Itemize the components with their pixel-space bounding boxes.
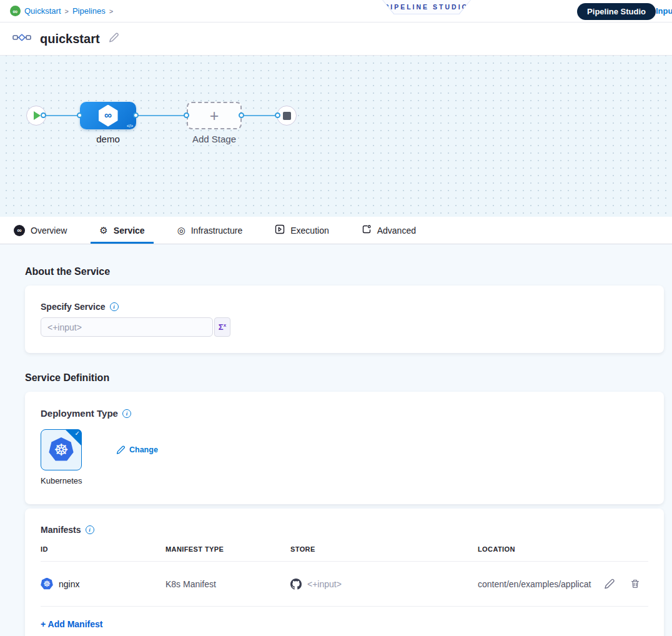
sigma-glyph: Σ: [219, 322, 224, 332]
column-manifest-type: MANIFEST TYPE: [166, 545, 290, 561]
edit-title-pencil-icon[interactable]: [109, 32, 119, 46]
breadcrumb-quickstart[interactable]: Quickstart: [24, 6, 61, 16]
service-definition-heading: Service Definition: [25, 372, 672, 384]
tab-service[interactable]: ⚙ Service: [91, 217, 153, 244]
trash-icon: [630, 579, 640, 589]
stage-node-demo[interactable]: ∞ </>: [80, 102, 136, 129]
play-icon: [34, 111, 41, 120]
edit-manifest-button[interactable]: [604, 579, 615, 590]
specify-service-label-text: Specify Service: [41, 302, 106, 312]
pipeline-studio-button[interactable]: Pipeline Studio: [577, 3, 656, 20]
stage-tabs: ∞ Overview ⚙ Service ◎ Infrastructure Ex…: [0, 217, 672, 244]
info-icon[interactable]: i: [122, 409, 131, 418]
pencil-icon: [116, 445, 126, 455]
specify-service-label: Specify Service i: [41, 302, 648, 312]
manifests-label-text: Manifests: [41, 525, 81, 535]
connector-port: [133, 112, 139, 118]
pipeline-canvas[interactable]: ∞ </> demo + Add Stage: [0, 56, 672, 217]
info-icon[interactable]: i: [86, 525, 94, 534]
pipeline-studio-banner-label: PIPELINE STUDIO: [383, 0, 470, 14]
service-input[interactable]: [41, 317, 213, 337]
column-store: STORE: [290, 545, 478, 561]
inputs-link[interactable]: Inpu: [656, 6, 672, 16]
pipeline-diagram-icon: [12, 32, 31, 46]
add-stage-label: Add Stage: [187, 134, 242, 144]
sigma-sup: x: [224, 322, 226, 328]
info-icon[interactable]: i: [110, 302, 119, 311]
stop-icon: [283, 112, 291, 120]
about-service-heading: About the Service: [25, 266, 672, 277]
change-label: Change: [129, 445, 158, 454]
manifests-label: Manifests i: [41, 525, 648, 535]
tab-label: Infrastructure: [191, 226, 242, 236]
specify-service-card: Specify Service i Σx: [25, 286, 664, 353]
overview-icon: ∞: [14, 225, 25, 236]
kubernetes-tile[interactable]: ✓ ☸: [41, 429, 82, 470]
tab-infrastructure[interactable]: ◎ Infrastructure: [169, 217, 252, 244]
code-icon: </>: [127, 124, 133, 128]
delete-manifest-button[interactable]: [630, 579, 640, 589]
deployment-type-value: Kubernetes: [41, 476, 82, 485]
deployment-type-label: Deployment Type i: [41, 408, 648, 419]
service-tab-content: About the Service Specify Service i Σx S…: [0, 244, 672, 636]
runtime-input-sigma-button[interactable]: Σx: [214, 317, 230, 337]
harness-cd-hexagon-icon: ∞: [99, 105, 118, 127]
breadcrumb-pipelines[interactable]: Pipelines: [72, 6, 106, 16]
deployment-type-label-text: Deployment Type: [41, 408, 118, 419]
check-icon: ✓: [75, 430, 80, 437]
pipeline-studio-banner: PIPELINE STUDIO: [382, 0, 471, 14]
connector-port: [77, 112, 82, 118]
deployment-type-card: Deployment Type i ✓ ☸ Change Kubernetes: [25, 392, 664, 504]
add-manifest-link[interactable]: + Add Manifest: [41, 619, 648, 632]
top-header: ∞ Quickstart > Pipelines > PIPELINE STUD…: [0, 0, 672, 22]
manifest-store-value: <+input>: [307, 579, 342, 589]
execution-icon: [275, 224, 285, 236]
tab-label: Advanced: [377, 226, 416, 236]
tab-label: Overview: [31, 226, 67, 236]
manifests-table-header: ID MANIFEST TYPE STORE LOCATION: [41, 545, 648, 561]
connector-port: [239, 112, 244, 118]
breadcrumb: ∞ Quickstart > Pipelines >: [10, 6, 113, 16]
connector-port: [41, 112, 46, 118]
manifest-id: nginx: [59, 579, 79, 589]
advanced-icon: [362, 224, 372, 236]
tab-label: Execution: [290, 226, 329, 236]
connector-line: [136, 115, 187, 116]
tab-advanced[interactable]: Advanced: [353, 217, 425, 244]
harness-logo-icon: ∞: [10, 6, 21, 16]
pencil-icon: [604, 579, 615, 590]
infrastructure-icon: ◎: [177, 225, 185, 236]
connector-port: [184, 112, 189, 118]
manifest-row[interactable]: ☸ nginx K8s Manifest <+input> content/en…: [41, 562, 648, 606]
stage-name-label: demo: [80, 134, 136, 144]
tab-label: Service: [114, 226, 145, 236]
column-id: ID: [41, 545, 166, 561]
manifests-table: ID MANIFEST TYPE STORE LOCATION ☸ nginx …: [41, 545, 648, 632]
table-divider: [41, 606, 648, 607]
tab-overview[interactable]: ∞ Overview: [5, 217, 76, 244]
manifests-card: Manifests i ID MANIFEST TYPE STORE LOCAT…: [25, 509, 664, 636]
manifest-location: content/en/examples/applicat: [478, 579, 599, 589]
manifest-type: K8s Manifest: [166, 579, 290, 589]
tab-execution[interactable]: Execution: [266, 217, 337, 244]
gear-icon: ⚙: [99, 225, 107, 236]
kubernetes-icon: ☸: [41, 578, 53, 590]
github-icon: [290, 579, 302, 590]
chevron-right-icon: >: [65, 7, 69, 15]
connector-line: [242, 115, 277, 116]
kubernetes-icon: ☸: [49, 437, 74, 462]
change-deployment-type-link[interactable]: Change: [116, 445, 158, 455]
pipeline-title-bar: quickstart VISUAL YAML: [0, 22, 672, 56]
column-location: LOCATION: [478, 545, 648, 561]
connector-port: [275, 112, 280, 118]
add-stage-button[interactable]: +: [187, 102, 242, 129]
connector-line: [46, 115, 80, 116]
page-title: quickstart: [40, 32, 100, 46]
chevron-right-icon: >: [109, 7, 113, 15]
